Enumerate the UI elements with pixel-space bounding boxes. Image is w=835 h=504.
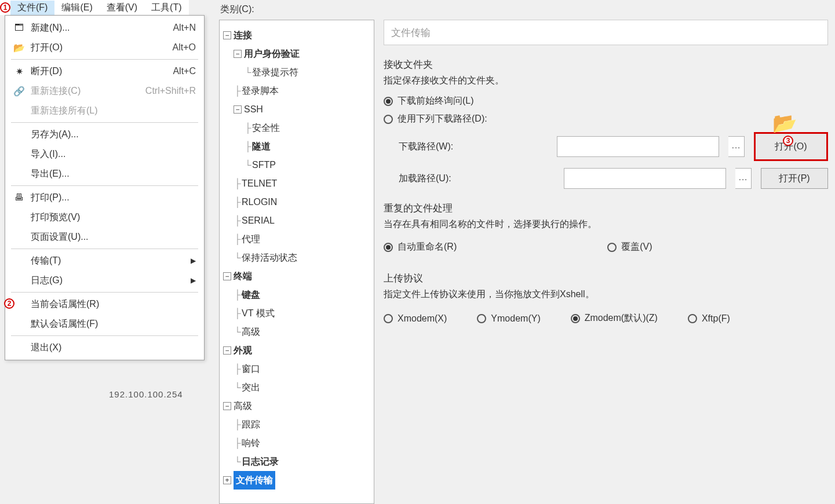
radio-zmodem[interactable]: Zmodem(默认)(Z) (571, 312, 658, 324)
duplicate-file-section: 重复的文件处理 当存在具有相同名称的文件时，选择要执行的操作。 自动重命名(R)… (384, 202, 828, 259)
category-label: 类别(C): (220, 3, 254, 16)
menuitem-default-session-props[interactable]: 默认会话属性(F) (5, 314, 204, 334)
receive-folder-heading: 接收文件夹 (384, 58, 828, 71)
collapse-icon: − (223, 31, 231, 39)
menu-tools[interactable]: 工具(T) (144, 1, 188, 15)
collapse-icon: − (234, 50, 242, 58)
tree-advanced-term[interactable]: └高级 (223, 323, 370, 341)
tree-auth[interactable]: −用户身份验证 (223, 45, 370, 63)
tree-tunnel[interactable]: ├隧道 (223, 137, 370, 156)
menu-view[interactable]: 查看(V) (100, 1, 144, 15)
collapse-icon: − (223, 402, 231, 410)
radio-icon (571, 314, 580, 323)
duplicate-file-heading: 重复的文件处理 (384, 202, 828, 215)
download-path-browse-button[interactable]: ... (728, 136, 745, 157)
menuitem-transfer[interactable]: 传输(T) ▶ (5, 251, 204, 271)
category-tree[interactable]: −连接 −用户身份验证 └登录提示符 ├登录脚本 −SSH ├安全性 ├隧道 └… (219, 20, 374, 504)
radio-auto-rename-label: 自动重命名(R) (398, 241, 457, 253)
menuitem-new[interactable]: 🗔 新建(N)... Alt+N (5, 18, 204, 38)
tree-logging[interactable]: └日志记录 (223, 452, 370, 471)
menuitem-disconnect[interactable]: ✷ 断开(D) Alt+C (5, 61, 204, 81)
menuitem-save-as[interactable]: 另存为(A)... (5, 125, 204, 144)
tree-appearance[interactable]: −外观 (223, 341, 370, 360)
receive-folder-section: 接收文件夹 指定保存接收文件的文件夹。 📂 3 下载前始终询问(L) 使用下列下… (384, 58, 828, 189)
tree-sftp[interactable]: └SFTP (223, 156, 370, 174)
radio-auto-rename[interactable]: 自动重命名(R) (384, 241, 457, 253)
menuitem-export-label: 导出(E)... (31, 168, 70, 180)
menuitem-import[interactable]: 导入(I)... (5, 144, 204, 164)
reconnect-icon: 🔗 (12, 86, 26, 97)
tree-file-transfer[interactable]: +文件传输 (223, 471, 370, 490)
tree-connection[interactable]: −连接 (223, 26, 370, 45)
menuitem-exit[interactable]: 退出(X) (5, 338, 204, 357)
tree-proxy[interactable]: ├代理 (223, 230, 370, 249)
load-path-input[interactable] (564, 168, 726, 189)
tree-telnet[interactable]: ├TELNET (223, 174, 370, 193)
tree-serial[interactable]: ├SERIAL (223, 211, 370, 230)
radio-use-path-label: 使用下列下载路径(D): (398, 113, 487, 125)
menuitem-new-label: 新建(N)... (31, 22, 70, 34)
radio-xmodem[interactable]: Xmodem(X) (384, 312, 447, 324)
menuitem-print-preview[interactable]: 打印预览(V) (5, 207, 204, 227)
radio-ymodem[interactable]: Ymodem(Y) (477, 312, 540, 324)
menuitem-open[interactable]: 📂 打开(O) Alt+O (5, 38, 204, 57)
annotation-marker-3: 3 (783, 136, 793, 146)
menuitem-current-session-props[interactable]: 2 当前会话属性(R) (5, 294, 204, 314)
radio-icon (607, 243, 617, 252)
menuitem-reconnect-all: 重新连接所有(L) (5, 101, 204, 120)
radio-overwrite[interactable]: 覆盖(V) (607, 241, 652, 253)
properties-panel: 类别(C): −连接 −用户身份验证 └登录提示符 ├登录脚本 −SSH ├安全… (214, 0, 835, 504)
download-path-label: 下载路径(W): (399, 141, 480, 153)
menuitem-print[interactable]: 🖶 打印(P)... (5, 188, 204, 207)
collapse-icon: − (223, 272, 231, 280)
menu-file[interactable]: 文件(F) (10, 1, 54, 15)
menuitem-reconnect: 🔗 重新连接(C) Ctrl+Shift+R (5, 81, 204, 101)
tree-keyboard[interactable]: ├键盘 (223, 286, 370, 304)
menu-separator (11, 122, 198, 123)
menu-edit[interactable]: 编辑(E) (54, 1, 99, 15)
folder-open-icon: 📂 (12, 42, 26, 53)
menuitem-current-session-props-label: 当前会话属性(R) (31, 298, 99, 311)
menuitem-page-setup[interactable]: 页面设置(U)... (5, 227, 204, 247)
radio-use-path[interactable]: 使用下列下载路径(D): (384, 113, 828, 125)
menuitem-disconnect-shortcut: Alt+C (173, 66, 196, 76)
collapse-icon: − (223, 346, 231, 355)
panel-title-field: 文件传输 (384, 20, 828, 45)
submenu-arrow-icon: ▶ (191, 276, 196, 284)
submenu-arrow-icon: ▶ (191, 257, 196, 265)
tree-bell[interactable]: ├响铃 (223, 434, 370, 452)
tree-ssh[interactable]: −SSH (223, 100, 370, 119)
tree-vt-mode[interactable]: ├VT 模式 (223, 304, 370, 323)
load-path-browse-button[interactable]: ... (735, 168, 752, 189)
menuitem-log[interactable]: 日志(G) ▶ (5, 271, 204, 290)
menuitem-export[interactable]: 导出(E)... (5, 164, 204, 184)
duplicate-file-desc: 当存在具有相同名称的文件时，选择要执行的操作。 (384, 218, 828, 231)
radio-icon (384, 97, 393, 106)
radio-xmodem-label: Xmodem(X) (398, 313, 447, 324)
tree-login-script[interactable]: ├登录脚本 (223, 82, 370, 100)
radio-overwrite-label: 覆盖(V) (621, 241, 652, 253)
menuitem-reconnect-all-label: 重新连接所有(L) (31, 105, 98, 117)
tree-advanced[interactable]: −高级 (223, 397, 370, 415)
open-load-button[interactable]: 打开(P) (761, 168, 828, 189)
radio-always-ask[interactable]: 下载前始终询问(L) (384, 95, 828, 107)
menuitem-new-shortcut: Alt+N (173, 23, 196, 33)
tree-login-prompt[interactable]: └登录提示符 (223, 63, 370, 82)
tree-security[interactable]: ├安全性 (223, 119, 370, 137)
tree-trace[interactable]: ├跟踪 (223, 415, 370, 434)
menuitem-transfer-label: 传输(T) (31, 255, 61, 267)
obscured-ip-text: 192.100.100.254 (109, 389, 183, 399)
tree-terminal[interactable]: −终端 (223, 267, 370, 286)
menuitem-save-as-label: 另存为(A)... (31, 129, 79, 141)
settings-pane: 文件传输 接收文件夹 指定保存接收文件的文件夹。 📂 3 下载前始终询问(L) … (384, 20, 828, 504)
menuitem-print-label: 打印(P)... (31, 192, 70, 204)
disconnect-icon: ✷ (12, 66, 26, 77)
tree-highlight[interactable]: └突出 (223, 378, 370, 397)
menuitem-open-shortcut: Alt+O (173, 42, 196, 53)
radio-xftp[interactable]: Xftp(F) (688, 312, 730, 324)
tree-window[interactable]: ├窗口 (223, 360, 370, 378)
menu-separator (11, 59, 198, 60)
download-path-input[interactable] (557, 136, 719, 157)
tree-keepalive[interactable]: └保持活动状态 (223, 249, 370, 267)
tree-rlogin[interactable]: ├RLOGIN (223, 193, 370, 211)
